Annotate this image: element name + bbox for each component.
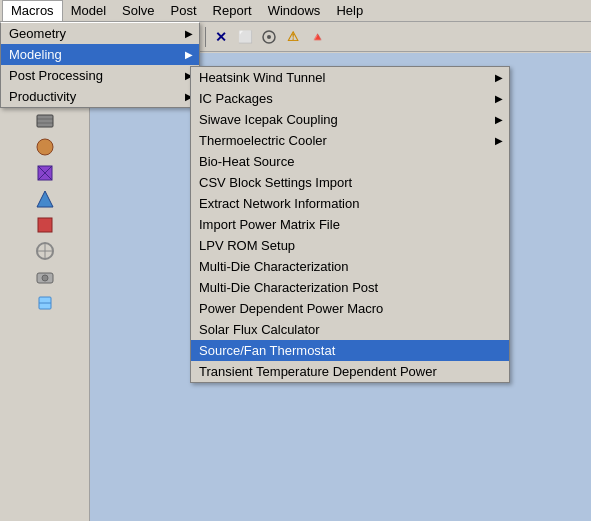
geometry-arrow-icon: ▶ (185, 28, 193, 39)
thermoelectric-arrow-icon: ▶ (495, 135, 503, 146)
submenu-multi-die[interactable]: Multi-Die Characterization (191, 256, 509, 277)
svg-point-1 (267, 35, 271, 39)
submenu-solar-flux[interactable]: Solar Flux Calculator (191, 319, 509, 340)
submenu-source-fan-thermostat[interactable]: Source/Fan Thermostat (191, 340, 509, 361)
svg-marker-14 (37, 191, 53, 207)
menu-post[interactable]: Post (163, 1, 205, 20)
toolbar-circle-btn[interactable] (258, 26, 280, 48)
heatsink-arrow-icon: ▶ (495, 72, 503, 83)
sidebar-icon-10[interactable] (33, 291, 57, 315)
toolbar-warn-btn[interactable]: ⚠ (282, 26, 304, 48)
menu-help[interactable]: Help (328, 1, 371, 20)
svg-rect-7 (37, 115, 53, 127)
menubar: Macros Model Solve Post Report Windows H… (0, 0, 591, 22)
modeling-submenu: Heatsink Wind Tunnel ▶ IC Packages ▶ Siw… (190, 66, 510, 383)
circle-icon (261, 29, 277, 45)
submenu-bio-heat[interactable]: Bio-Heat Source (191, 151, 509, 172)
submenu-transient-temperature[interactable]: Transient Temperature Dependent Power (191, 361, 509, 382)
submenu-power-dependent[interactable]: Power Dependent Power Macro (191, 298, 509, 319)
toolbar-sep2 (205, 27, 206, 47)
menu-macros[interactable]: Macros (2, 0, 63, 21)
sidebar-icon-9[interactable] (33, 265, 57, 289)
macros-dropdown: Geometry ▶ Modeling ▶ Post Processing ▶ … (0, 22, 200, 108)
dropdown-productivity[interactable]: Productivity ▶ (1, 86, 199, 107)
menu-model[interactable]: Model (63, 1, 114, 20)
submenu-import-power-matrix[interactable]: Import Power Matrix File (191, 214, 509, 235)
toolbar-cross-btn[interactable]: ✕ (210, 26, 232, 48)
dropdown-geometry[interactable]: Geometry ▶ (1, 23, 199, 44)
menu-report[interactable]: Report (205, 1, 260, 20)
svg-point-20 (42, 275, 48, 281)
menu-solve[interactable]: Solve (114, 1, 163, 20)
sidebar-icon-3[interactable] (33, 109, 57, 133)
svg-rect-15 (38, 218, 52, 232)
siwave-arrow-icon: ▶ (495, 114, 503, 125)
sidebar (0, 53, 90, 521)
sidebar-icon-7[interactable] (33, 213, 57, 237)
submenu-siwave-icepak[interactable]: Siwave Icepak Coupling ▶ (191, 109, 509, 130)
submenu-multi-die-post[interactable]: Multi-Die Characterization Post (191, 277, 509, 298)
menu-windows[interactable]: Windows (260, 1, 329, 20)
sidebar-icon-8[interactable] (33, 239, 57, 263)
submenu-ic-packages[interactable]: IC Packages ▶ (191, 88, 509, 109)
toolbar-square-btn[interactable]: ⬜ (234, 26, 256, 48)
submenu-csv-block[interactable]: CSV Block Settings Import (191, 172, 509, 193)
dropdown-post-processing[interactable]: Post Processing ▶ (1, 65, 199, 86)
sidebar-icon-6[interactable] (33, 187, 57, 211)
submenu-heatsink-wind-tunnel[interactable]: Heatsink Wind Tunnel ▶ (191, 67, 509, 88)
dropdown-modeling[interactable]: Modeling ▶ (1, 44, 199, 65)
svg-point-10 (37, 139, 53, 155)
sidebar-icon-5[interactable] (33, 161, 57, 185)
sidebar-icon-4[interactable] (33, 135, 57, 159)
ic-packages-arrow-icon: ▶ (495, 93, 503, 104)
submenu-thermoelectric[interactable]: Thermoelectric Cooler ▶ (191, 130, 509, 151)
submenu-lpv-rom[interactable]: LPV ROM Setup (191, 235, 509, 256)
modeling-arrow-icon: ▶ (185, 49, 193, 60)
submenu-extract-network[interactable]: Extract Network Information (191, 193, 509, 214)
toolbar-extra-btn[interactable]: 🔺 (306, 26, 328, 48)
